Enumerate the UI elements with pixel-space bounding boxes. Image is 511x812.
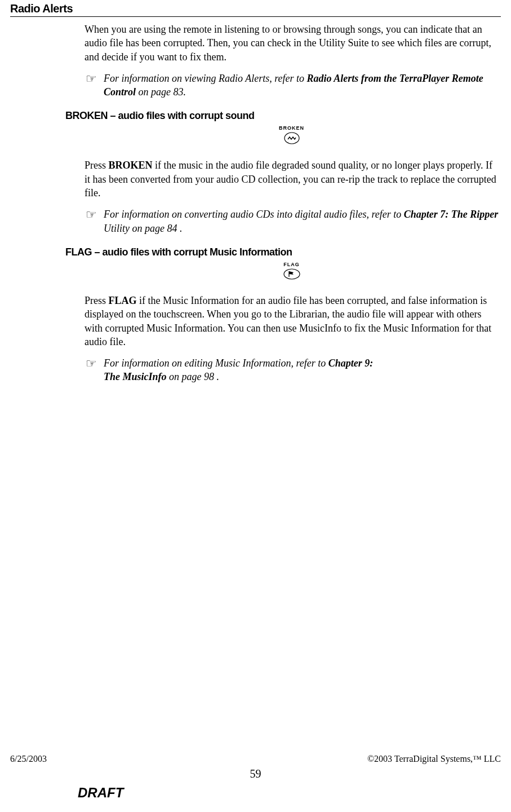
flag-button-icon bbox=[283, 268, 300, 280]
pointer-bold: Chapter 9: bbox=[328, 358, 374, 369]
text-bold: FLAG bbox=[109, 295, 137, 306]
text-pre: Press bbox=[85, 295, 109, 306]
pointer-icon: ☞ bbox=[85, 355, 104, 384]
page-header: Radio Alerts bbox=[10, 0, 501, 17]
pointer-suffix: on page 83. bbox=[136, 86, 186, 98]
broken-button-figure: BROKEN bbox=[85, 125, 499, 147]
pointer-text: For information on viewing Radio Alerts,… bbox=[104, 72, 499, 99]
pointer-icon: ☞ bbox=[85, 206, 104, 235]
pointer-suffix: on page 98 . bbox=[167, 371, 220, 382]
footer-page-number: 59 bbox=[10, 767, 501, 780]
section-heading-broken: BROKEN – audio files with corrupt sound bbox=[65, 110, 499, 122]
cross-reference-3: ☞ For information on editing Music Infor… bbox=[85, 356, 499, 384]
section-heading-flag: FLAG – audio files with corrupt Music In… bbox=[65, 246, 499, 258]
pointer-prefix: For information on converting audio CDs … bbox=[104, 209, 404, 220]
cross-reference-1: ☞ For information on viewing Radio Alert… bbox=[85, 72, 499, 99]
pointer-icon: ☞ bbox=[85, 70, 104, 99]
broken-button-icon bbox=[284, 132, 300, 144]
broken-paragraph: Press BROKEN if the music in the audio f… bbox=[85, 158, 499, 200]
pointer-text: For information on editing Music Informa… bbox=[104, 356, 499, 384]
text-bold: BROKEN bbox=[109, 160, 153, 171]
footer-date: 6/25/2003 bbox=[10, 754, 47, 764]
flag-button-label: FLAG bbox=[85, 262, 499, 267]
pointer-bold: Chapter 7: The Ripper bbox=[404, 209, 499, 220]
intro-paragraph: When you are using the remote in listeni… bbox=[85, 23, 499, 64]
pointer-prefix: For information on viewing Radio Alerts,… bbox=[104, 73, 306, 84]
pointer-text: For information on converting audio CDs … bbox=[104, 208, 499, 235]
pointer-prefix: For information on editing Music Informa… bbox=[104, 358, 328, 369]
cross-reference-2: ☞ For information on converting audio CD… bbox=[85, 208, 499, 235]
page-footer: 6/25/2003 ©2003 TerraDigital Systems,™ L… bbox=[10, 754, 501, 801]
content-area: When you are using the remote in listeni… bbox=[10, 23, 501, 384]
text-pre: Press bbox=[85, 160, 109, 171]
flag-button-figure: FLAG bbox=[85, 262, 499, 283]
footer-draft-watermark: DRAFT bbox=[10, 785, 501, 801]
flag-paragraph: Press FLAG if the Music Information for … bbox=[85, 294, 499, 348]
pointer-bold2: The MusicInfo bbox=[104, 371, 167, 382]
footer-copyright: ©2003 TerraDigital Systems,™ LLC bbox=[367, 754, 501, 764]
broken-button-label: BROKEN bbox=[85, 125, 499, 131]
text-post: if the Music Information for an audio fi… bbox=[85, 295, 491, 347]
pointer-suffix: Utility on page 84 . bbox=[104, 223, 182, 234]
